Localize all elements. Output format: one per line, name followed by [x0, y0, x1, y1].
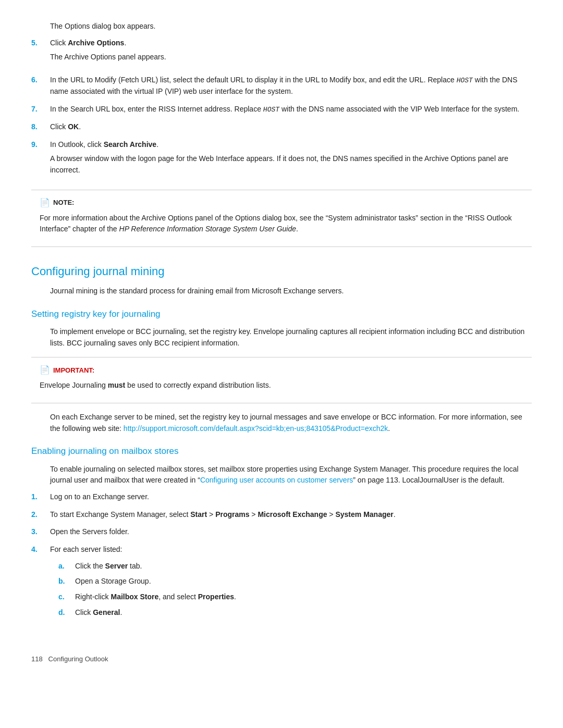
- step-7-host: HOST: [263, 106, 279, 114]
- footer-page-number: 118: [31, 655, 43, 663]
- step2-bold4: System Manager: [335, 510, 393, 519]
- step-8-body: Click OK.: [50, 121, 532, 133]
- step2-gt2: >: [249, 510, 258, 519]
- sub-c-mid: , and select: [158, 593, 198, 601]
- journaling-step-1: 1. Log on to an Exchange server.: [31, 491, 532, 503]
- note-label: NOTE:: [53, 198, 74, 208]
- step-9: 9. In Outlook, click Search Archive. A b…: [31, 139, 532, 181]
- journaling-step-4-body: For each server listed: a. Click the Ser…: [50, 544, 532, 622]
- journaling-step-1-text: Log on to an Exchange server.: [50, 492, 149, 501]
- sub-b-label: b.: [58, 576, 75, 587]
- step-5-result: The Archive Options panel appears.: [50, 52, 532, 63]
- important-body: Envelope Journaling must be used to corr…: [40, 380, 523, 391]
- sub-c-label: c.: [58, 591, 75, 603]
- journaling-step-4-number: 4.: [31, 544, 50, 622]
- step-5-body: Click Archive Options. The Archive Optio…: [50, 38, 532, 68]
- sub-b-body: Open a Storage Group.: [75, 576, 151, 587]
- step-5-number: 5.: [31, 38, 50, 68]
- journaling-step-1-number: 1.: [31, 491, 50, 503]
- important-box: 📄 IMPORTANT: Envelope Journaling must be…: [31, 357, 532, 403]
- step-8-bold: OK: [68, 122, 79, 131]
- important-icon: 📄: [40, 364, 50, 377]
- important-header: 📄 IMPORTANT:: [40, 364, 523, 377]
- step-9-pre: In Outlook, click: [50, 140, 104, 149]
- registry-body2: On each Exchange server to be mined, set…: [31, 412, 532, 434]
- registry-body: To implement envelope or BCC journaling,…: [31, 326, 532, 349]
- journaling-step-3-text: Open the Servers folder.: [50, 527, 129, 536]
- journaling-link[interactable]: Configuring user accounts on customer se…: [200, 476, 353, 484]
- step-6-text: In the URL to Modify (Fetch URL) list, s…: [50, 76, 457, 84]
- step-7-number: 7.: [31, 104, 50, 115]
- sub-step-b: b. Open a Storage Group.: [50, 576, 532, 587]
- step-8-post: .: [79, 122, 81, 131]
- note-box: 📄 NOTE: For more information about the A…: [31, 190, 532, 247]
- sub-d-label: d.: [58, 607, 75, 619]
- step2-gt1: >: [207, 510, 215, 519]
- footer-chapter: Configuring Outlook: [48, 655, 108, 663]
- step-6: 6. In the URL to Modify (Fetch URL) list…: [31, 75, 532, 97]
- journaling-intro: To enable journaling on selected mailbox…: [31, 464, 532, 486]
- step-9-result: A browser window with the logon page for…: [50, 153, 532, 176]
- important-text: Envelope Journaling: [40, 381, 108, 389]
- note-icon: 📄: [40, 196, 50, 209]
- journaling-step-3-body: Open the Servers folder.: [50, 526, 532, 538]
- sub-d-pre: Click: [75, 608, 93, 616]
- sub-a-post: tab.: [128, 562, 142, 570]
- journaling-step-4-text: For each server listed:: [50, 545, 123, 553]
- sub-c-body: Right-click Mailbox Store, and select Pr…: [75, 591, 236, 603]
- sub-d-body: Click General.: [75, 607, 122, 619]
- journal-mining-intro: Journal mining is the standard process f…: [31, 286, 532, 297]
- subsection-title-journaling: Enabling journaling on mailbox stores: [31, 445, 532, 458]
- sub-a-bold: Server: [105, 562, 128, 570]
- journaling-step-2-number: 2.: [31, 509, 50, 521]
- note-end: .: [296, 225, 298, 233]
- sub-step-c: c. Right-click Mailbox Store, and select…: [50, 591, 532, 603]
- sub-d-bold: General: [93, 608, 120, 616]
- step-5-bold: Archive Options: [68, 39, 124, 47]
- journaling-step-3-number: 3.: [31, 526, 50, 538]
- sub-c-post: .: [234, 593, 236, 601]
- body2-post: .: [388, 424, 390, 433]
- step-7-text2: with the DNS name associated with the VI…: [279, 105, 519, 113]
- step-9-post: .: [156, 140, 158, 149]
- journaling-intro-post: ” on page 113. LocalJournalUser is the d…: [353, 476, 504, 484]
- sub-a-pre: Click the: [75, 562, 105, 570]
- note-italic: HP Reference Information Storage System …: [119, 225, 297, 233]
- page-content: The Options dialog box appears. 5. Click…: [31, 21, 532, 664]
- step2-pre: To start Exchange System Manager, select: [50, 510, 190, 519]
- journaling-step-2: 2. To start Exchange System Manager, sel…: [31, 509, 532, 521]
- step-7: 7. In the Search URL box, enter the RISS…: [31, 104, 532, 115]
- step-8-number: 8.: [31, 121, 50, 133]
- step-8: 8. Click OK.: [31, 121, 532, 133]
- journaling-step-4: 4. For each server listed: a. Click the …: [31, 544, 532, 622]
- step-7-body: In the Search URL box, enter the RISS In…: [50, 104, 532, 115]
- sub-c-bold: Mailbox Store: [111, 593, 158, 601]
- sub-c-bold2: Properties: [198, 593, 234, 601]
- sub-c-pre: Right-click: [75, 593, 111, 601]
- step2-post: .: [394, 510, 396, 519]
- important-label: IMPORTANT:: [53, 365, 94, 376]
- note-body: For more information about the Archive O…: [40, 213, 523, 235]
- journaling-step-2-body: To start Exchange System Manager, select…: [50, 509, 532, 521]
- journaling-step-3: 3. Open the Servers folder.: [31, 526, 532, 538]
- journaling-step-1-body: Log on to an Exchange server.: [50, 491, 532, 503]
- step-9-number: 9.: [31, 139, 50, 181]
- important-bold: must: [108, 381, 125, 389]
- sub-b-text: Open a Storage Group.: [75, 577, 151, 585]
- registry-link[interactable]: http://support.microsoft.com/default.asp…: [124, 424, 388, 433]
- sub-step-a: a. Click the Server tab.: [50, 561, 532, 572]
- important-text2: be used to correctly expand distribution…: [125, 381, 271, 389]
- sub-d-post: .: [120, 608, 122, 616]
- sub-step-d: d. Click General.: [50, 607, 532, 619]
- step2-gt3: >: [327, 510, 335, 519]
- subsection-title-registry: Setting registry key for journaling: [31, 307, 532, 321]
- options-dialog-appears: The Options dialog box appears.: [31, 21, 532, 32]
- sub-a-body: Click the Server tab.: [75, 561, 142, 572]
- step-6-host: HOST: [457, 77, 473, 84]
- step-7-text: In the Search URL box, enter the RISS In…: [50, 105, 263, 113]
- step-5-post: .: [124, 39, 126, 47]
- page-footer: 118 Configuring Outlook: [31, 654, 532, 664]
- step2-bold3: Microsoft Exchange: [258, 510, 327, 519]
- step-result-options: The Options dialog box appears.: [31, 21, 532, 32]
- step-6-number: 6.: [31, 75, 50, 97]
